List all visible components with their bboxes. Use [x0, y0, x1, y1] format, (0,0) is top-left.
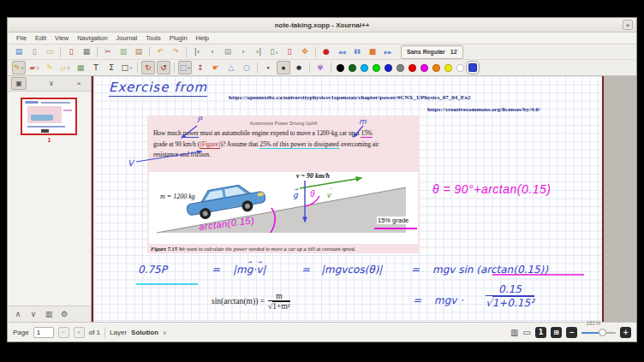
annotation-m-label: m: [359, 117, 367, 126]
shape-recognizer-button[interactable]: ✾: [313, 61, 327, 74]
tex-tool-button[interactable]: Σ: [104, 61, 118, 74]
layer-down-button[interactable]: ∨: [27, 308, 40, 321]
dropdown-chevron-icon[interactable]: ∨: [36, 65, 39, 70]
select-object-button[interactable]: △: [224, 61, 238, 74]
thickness-thick-button[interactable]: ●: [292, 61, 306, 74]
settings-gear-button[interactable]: ⚙: [57, 308, 71, 321]
zoom-slider[interactable]: 181%: [581, 327, 616, 338]
cut-button[interactable]: ✂: [101, 45, 115, 59]
vertical-space-button[interactable]: ↕: [194, 61, 207, 74]
color-light-blue[interactable]: [361, 64, 368, 72]
dropdown-chevron-icon[interactable]: ∨: [275, 50, 278, 55]
sidebar-close-icon[interactable]: ×: [71, 77, 86, 90]
zoom-out-icon[interactable]: −: [566, 327, 577, 338]
compass-tool-button[interactable]: ○: [240, 61, 253, 74]
color-magenta[interactable]: [420, 64, 428, 72]
font-selector[interactable]: Sans Regular 12: [401, 45, 463, 59]
previous-page-button[interactable]: ‹: [206, 45, 219, 59]
thumb-typeset-block: [41, 129, 49, 133]
dropdown-chevron-icon[interactable]: ∨: [67, 65, 70, 70]
menu-help[interactable]: Help: [193, 34, 212, 42]
duplicate-button[interactable]: ▥: [42, 308, 56, 321]
record-audio-button[interactable]: ●: [319, 45, 333, 59]
snap-rotation-button[interactable]: ↻: [141, 61, 155, 74]
last-page-button[interactable]: ›|: [252, 45, 265, 59]
dropdown-chevron-icon[interactable]: ∨: [129, 65, 133, 70]
new-document-button[interactable]: ▯: [27, 45, 41, 59]
presentation-mode-icon[interactable]: ▭: [523, 328, 531, 337]
fullscreen-button[interactable]: ✥: [298, 45, 312, 59]
menu-file[interactable]: File: [13, 34, 30, 42]
snap-grid-button[interactable]: ↺: [157, 61, 170, 74]
shape-tool-button[interactable]: □∨: [120, 61, 134, 74]
zoom-in-icon[interactable]: +: [620, 327, 631, 338]
color-red[interactable]: [408, 64, 416, 72]
page-increment-button[interactable]: +: [74, 327, 85, 338]
page-number-input[interactable]: [33, 327, 54, 338]
color-green[interactable]: [373, 64, 380, 72]
menu-view[interactable]: View: [51, 34, 72, 42]
hand-tool-button[interactable]: ☛: [209, 61, 223, 74]
page-spinner-button[interactable]: ▤: [221, 45, 235, 59]
figure-link[interactable]: (Figure): [200, 140, 220, 149]
menu-edit[interactable]: Edit: [32, 34, 50, 42]
open-folder-button[interactable]: ▭: [43, 45, 57, 59]
page-decrement-button[interactable]: −: [58, 327, 69, 338]
zoom-slider-knob[interactable]: [599, 329, 606, 336]
pause-button[interactable]: ▮▮: [350, 45, 364, 59]
thickness-medium-button[interactable]: ●: [277, 61, 290, 74]
preview-pane-icon[interactable]: ▣: [11, 77, 27, 90]
color-orange[interactable]: [432, 64, 440, 72]
menu-plugin[interactable]: Plugin: [166, 34, 191, 42]
forward-button[interactable]: ▶▶: [381, 45, 395, 59]
document-page[interactable]: Exercise from https://opentextbc.ca/univ…: [92, 76, 604, 322]
text-tool-button[interactable]: T: [89, 61, 103, 74]
color-dark-green[interactable]: [349, 64, 356, 72]
new-page-button[interactable]: ▯∨: [267, 45, 281, 59]
color-black[interactable]: [337, 64, 344, 72]
redo-button[interactable]: ↷: [169, 45, 182, 59]
chevron-down-icon[interactable]: ∨: [44, 77, 59, 90]
stop-button[interactable]: ■: [366, 45, 379, 59]
export-pdf-button[interactable]: ▯: [64, 45, 78, 59]
delete-page-button[interactable]: ▯: [283, 45, 296, 59]
eq1-lhs: 0.75P: [138, 264, 167, 276]
color-blue[interactable]: [385, 64, 392, 72]
rewind-button[interactable]: ◀◀: [335, 45, 349, 59]
color-yellow[interactable]: [444, 64, 452, 72]
select-rect-button[interactable]: □∨: [178, 61, 192, 74]
zoom-100-icon[interactable]: 1: [535, 327, 546, 338]
theta-label: θ: [310, 189, 314, 199]
print-button[interactable]: ▦: [80, 45, 93, 59]
zoom-fit-icon[interactable]: ⊞: [551, 327, 562, 338]
highlighter-tool-button[interactable]: ✎: [43, 61, 57, 74]
layer-value[interactable]: Solution: [131, 329, 158, 336]
pen-tool-button[interactable]: ✎∨: [12, 61, 26, 74]
color-gray[interactable]: [397, 64, 404, 72]
save-button[interactable]: ▤: [12, 45, 26, 59]
menu-navigation[interactable]: Navigation: [74, 34, 110, 42]
color-white[interactable]: [456, 64, 464, 72]
eraser-tool-button[interactable]: ▰∨: [27, 61, 41, 74]
thickness-fine-button[interactable]: ●: [261, 61, 275, 74]
layer-chevron-icon[interactable]: ∨: [163, 329, 166, 335]
dual-page-icon[interactable]: ▥: [510, 328, 518, 337]
color-current[interactable]: [468, 63, 477, 72]
typeset-equation[interactable]: sin(arctan(m)) = m √1+m²: [212, 292, 290, 311]
select-region-button[interactable]: ▱∨: [58, 61, 72, 74]
undo-button[interactable]: ↶: [153, 45, 167, 59]
next-page-button[interactable]: ›: [236, 45, 250, 59]
dropdown-chevron-icon[interactable]: ∨: [21, 65, 24, 70]
copy-button[interactable]: ▥: [116, 45, 130, 59]
page-thumbnail[interactable]: [21, 98, 77, 135]
insert-image-button[interactable]: ▦: [74, 61, 87, 74]
menu-journal[interactable]: Journal: [113, 34, 141, 42]
close-icon[interactable]: ×: [623, 20, 633, 30]
paste-button[interactable]: ▤: [132, 45, 146, 59]
dropdown-chevron-icon[interactable]: ∨: [188, 65, 191, 70]
first-page-button[interactable]: |‹: [190, 45, 204, 59]
menu-tools[interactable]: Tools: [142, 34, 164, 42]
figure-drawing: [149, 172, 418, 244]
window-title: note-taking.xopp - Xournal++: [275, 21, 370, 29]
layer-up-button[interactable]: ∧: [11, 308, 25, 321]
